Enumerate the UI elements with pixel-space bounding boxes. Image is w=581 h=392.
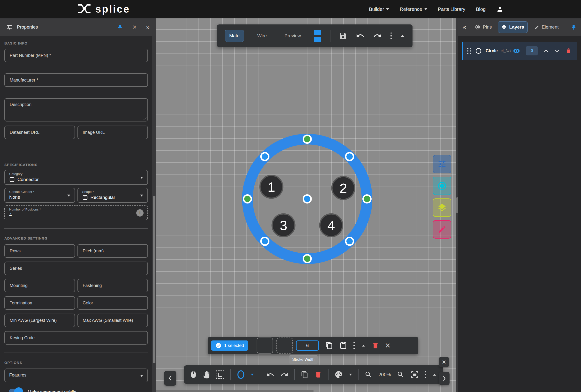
stroke-swatch[interactable]	[276, 338, 293, 354]
zoom-out-button[interactable]	[364, 371, 372, 379]
layer-badge[interactable]: 0	[526, 46, 538, 55]
handle-left[interactable]	[244, 195, 251, 203]
side-layers-button[interactable]	[433, 198, 451, 217]
nav-reference[interactable]: Reference	[400, 6, 427, 12]
layer-row-circle[interactable]: Circle el_fw7 0	[462, 42, 577, 60]
rows-field[interactable]	[10, 249, 70, 254]
move-layer-up-icon[interactable]	[544, 49, 548, 52]
description-field[interactable]	[10, 102, 142, 112]
tab-element[interactable]: Element	[531, 21, 562, 33]
features-select[interactable]: Features	[4, 369, 148, 382]
more-options-icon[interactable]	[354, 342, 355, 349]
part-number-field[interactable]	[10, 53, 142, 58]
fit-to-screen-button[interactable]	[410, 371, 419, 379]
image-url-field[interactable]	[83, 130, 143, 135]
handle-top-right[interactable]	[346, 153, 354, 160]
tool-dropdown-icon[interactable]	[251, 374, 254, 376]
undo-button[interactable]	[266, 371, 274, 379]
info-icon[interactable]: i	[136, 209, 144, 217]
positions-field[interactable]: Number of Positions * 4 i	[4, 205, 148, 220]
max-awg-field[interactable]	[83, 318, 143, 323]
color-field[interactable]	[83, 301, 143, 306]
more-options-icon[interactable]	[390, 32, 392, 39]
pitch-field[interactable]	[83, 249, 143, 254]
fastening-field[interactable]	[83, 283, 143, 288]
collapse-toolbar-icon[interactable]	[361, 344, 366, 347]
side-pins-button[interactable]	[433, 177, 451, 195]
handle-right[interactable]	[363, 195, 371, 203]
handle-bottom-right[interactable]	[346, 237, 354, 245]
handle-bottom[interactable]	[303, 255, 311, 263]
make-public-toggle[interactable]	[9, 389, 21, 392]
redo-button[interactable]	[280, 371, 288, 379]
redo-button[interactable]	[373, 31, 382, 40]
select-region-icon[interactable]	[216, 371, 224, 379]
next-page-button[interactable]	[439, 372, 450, 385]
prev-page-button[interactable]	[164, 371, 176, 386]
termination-field[interactable]	[10, 301, 70, 306]
shape-select[interactable]: Shape * Rectangular	[78, 188, 148, 203]
series-field[interactable]	[10, 266, 142, 271]
selected-count-pill[interactable]: 1 selected	[211, 341, 248, 351]
design-canvas[interactable]: 1 2 3 4 Mate Wire Preview	[156, 18, 458, 392]
nav-blog[interactable]: Blog	[476, 6, 486, 12]
pin-panel-icon[interactable]	[117, 24, 123, 30]
collapse-panel-icon[interactable]: »	[146, 24, 150, 30]
connector-pins[interactable]: 1 2 3 4	[260, 175, 355, 237]
visibility-icon[interactable]	[513, 47, 520, 54]
tab-wire[interactable]: Wire	[253, 30, 272, 42]
scrollbar-thumb[interactable]	[456, 197, 458, 213]
close-icon[interactable]: ×	[133, 24, 136, 30]
paste-button[interactable]	[340, 342, 347, 350]
account-icon[interactable]	[496, 5, 504, 13]
category-select[interactable]: Category Connector	[4, 170, 148, 185]
handle-top[interactable]	[303, 135, 311, 143]
save-button[interactable]	[339, 32, 347, 40]
collapse-toolbar-icon[interactable]	[400, 34, 405, 37]
stroke-width-input[interactable]	[296, 341, 319, 351]
min-awg-field[interactable]	[10, 318, 70, 323]
ellipse-tool-button[interactable]	[237, 370, 254, 380]
mounting-field[interactable]	[10, 283, 70, 288]
mouse-tool-icon[interactable]	[190, 371, 196, 379]
pin-panel-icon[interactable]	[570, 24, 577, 30]
contact-gender-select[interactable]: Contact Gender * None	[4, 188, 75, 203]
canvas-horizontal-scrollbar[interactable]	[156, 390, 314, 392]
copy-button[interactable]	[325, 342, 333, 350]
zoom-in-button[interactable]	[397, 371, 404, 379]
side-properties-button[interactable]	[433, 155, 451, 173]
nav-parts-library[interactable]: Parts Library	[438, 6, 465, 12]
handle-top-left[interactable]	[261, 153, 269, 160]
delete-layer-icon[interactable]	[566, 48, 572, 54]
scrollbar-thumb[interactable]	[153, 196, 156, 363]
layout-view-icon[interactable]	[314, 30, 321, 42]
undo-button[interactable]	[356, 31, 364, 40]
manufacturer-field[interactable]	[10, 78, 142, 83]
keying-code-field[interactable]	[10, 335, 142, 341]
pan-hand-icon[interactable]	[202, 371, 210, 379]
nav-builder[interactable]: Builder	[369, 6, 389, 12]
expand-panel-icon[interactable]: «	[462, 24, 466, 30]
handle-bottom-left[interactable]	[261, 237, 269, 245]
copy-button[interactable]	[301, 371, 308, 379]
canvas-vertical-scrollbar[interactable]	[456, 18, 458, 392]
tab-layers[interactable]: Layers	[498, 21, 528, 33]
tab-pins[interactable]: Pins	[471, 21, 495, 33]
side-edit-button[interactable]	[433, 220, 451, 239]
panel-scrollbar[interactable]	[152, 36, 156, 392]
delete-button[interactable]	[372, 342, 379, 349]
color-palette-button[interactable]	[334, 371, 352, 379]
selection-handles[interactable]	[244, 135, 371, 263]
close-panel-button[interactable]: ×	[439, 357, 449, 367]
handle-center[interactable]	[303, 195, 311, 203]
datasheet-url-field[interactable]	[10, 130, 70, 135]
collapse-toolbar-icon[interactable]	[432, 373, 437, 376]
palette-dropdown-icon[interactable]	[349, 374, 352, 376]
tab-mate[interactable]: Mate	[225, 30, 244, 42]
close-selection-icon[interactable]: ×	[386, 341, 390, 350]
fill-swatch[interactable]	[256, 338, 273, 354]
tab-preview[interactable]: Preview	[280, 30, 306, 42]
drag-handle-icon[interactable]	[467, 48, 471, 54]
splice-logo[interactable]: splice	[77, 2, 130, 16]
delete-button[interactable]	[314, 371, 322, 379]
